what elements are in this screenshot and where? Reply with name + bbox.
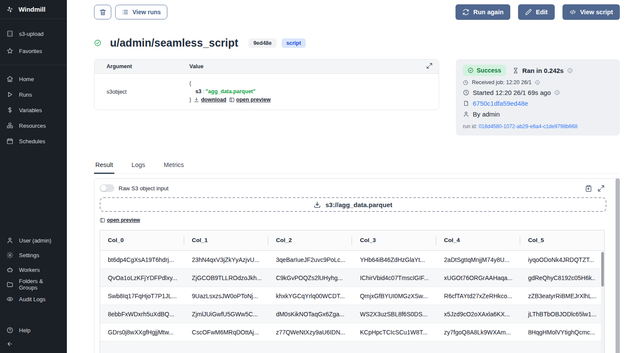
- table-scrollbar-thumb[interactable]: [601, 252, 604, 287]
- page-title: u/admin/seamless_script: [110, 37, 238, 49]
- table-cell: IChirVbid4c07TmscIGIF...: [352, 269, 436, 287]
- expand-result-icon[interactable]: [597, 185, 605, 192]
- folder-icon: [6, 281, 13, 288]
- download-link[interactable]: download: [194, 96, 226, 104]
- sidebar-collapse-button[interactable]: [0, 337, 67, 350]
- sidebar-item-help[interactable]: Help: [0, 323, 67, 337]
- panel-preview-icon: [229, 97, 235, 103]
- panel-scrollbar[interactable]: [616, 178, 620, 353]
- sidebar-item-audit-logs[interactable]: Audit Logs: [0, 292, 67, 306]
- table-scrollbar[interactable]: [601, 251, 604, 353]
- download-icon: [194, 97, 199, 103]
- sidebar-item-home[interactable]: Home: [0, 71, 67, 87]
- table-row: 8ebbFxWDxrh5uXdBQ...ZjmlJUiGwfU5GWw5C...…: [100, 305, 604, 323]
- edit-button[interactable]: Edit: [518, 4, 554, 20]
- table-cell: [352, 341, 436, 353]
- download-label: download: [201, 96, 226, 104]
- sidebar-pinned-group: s3-upload Favorites: [0, 19, 67, 65]
- argument-column-header: Argument: [94, 63, 189, 69]
- table-cell: QvOa1oLzKFjYDFPdlxy...: [100, 269, 184, 287]
- sidebar-item-workers[interactable]: Workers: [0, 262, 67, 277]
- by-admin-row: By admin: [463, 110, 613, 118]
- column-header[interactable]: Col_2: [268, 230, 352, 251]
- table-cell: zy7fgoQ8A8Lk9WXAm...: [436, 323, 520, 341]
- sidebar-item-s3-upload[interactable]: s3-upload: [0, 25, 67, 42]
- sidebar-item-label: Schedules: [19, 138, 45, 145]
- refresh-icon: [462, 9, 469, 16]
- script-hash-icon: [463, 100, 469, 107]
- dollar-icon: [6, 107, 13, 113]
- started-row: Started 12:20 26/1 69s ago: [463, 89, 613, 96]
- delete-button[interactable]: [94, 5, 111, 19]
- column-header[interactable]: Col_4: [436, 230, 520, 251]
- table-cell: dM0sKikNOTaqGx6Zga...: [268, 305, 352, 323]
- sidebar-item-runs[interactable]: Runs: [0, 87, 67, 102]
- result-panel: Raw S3 object input s3://agg_data.parque…: [94, 178, 620, 353]
- sidebar-item-favorites[interactable]: Favorites: [0, 42, 67, 60]
- table-cell: 3qeBarIueJF2uvc9PoLc...: [268, 251, 352, 269]
- table-cell: 8ebbFxWDxrh5uXdBQ...: [100, 305, 184, 323]
- sidebar-item-variables[interactable]: Variables: [0, 102, 67, 118]
- tab-logs[interactable]: Logs: [130, 159, 146, 174]
- sidebar: Windmill s3-upload Favorites Hom: [0, 0, 67, 353]
- json-string-value: "agg_data.parquet": [205, 88, 255, 95]
- view-script-label: View script: [580, 9, 613, 16]
- column-header[interactable]: Col_3: [352, 230, 436, 251]
- run-id-link[interactable]: 018d4580-1072-ab29-e6a4-c1de9798b668: [479, 123, 578, 129]
- view-script-button[interactable]: View script: [562, 4, 620, 20]
- sidebar-item-folders-groups[interactable]: Folders & Groups: [0, 277, 67, 292]
- view-runs-button[interactable]: View runs: [115, 5, 167, 19]
- table-cell: 23hN4qxV3jZkYyAzjvU...: [184, 251, 268, 269]
- sidebar-item-label: Help: [19, 327, 31, 334]
- table-cell: ZjGCOB9TLLROdzoJkh...: [184, 269, 268, 287]
- argument-name: s3object: [94, 79, 189, 104]
- tab-result[interactable]: Result: [94, 159, 114, 174]
- panel-scrollbar-thumb[interactable]: [616, 178, 620, 353]
- run-id-row: run id: 018d4580-1072-ab29-e6a4-c1de9798…: [463, 123, 613, 129]
- column-header[interactable]: Col_0: [100, 230, 184, 251]
- open-preview-link[interactable]: open preview: [229, 96, 271, 104]
- gear-icon: [6, 252, 13, 258]
- script-hash-link[interactable]: 6750c1dfa59ed48e: [473, 100, 528, 107]
- info-icon: [567, 68, 573, 73]
- arguments-header: Argument Value: [94, 60, 439, 74]
- sidebar-nav-group: Home Runs Variables Resources: [0, 65, 67, 149]
- started-text: Started 12:20 26/1 69s ago: [473, 89, 551, 96]
- sidebar-item-label: Settings: [19, 252, 39, 258]
- sidebar-item-settings[interactable]: Settings: [0, 248, 67, 262]
- sidebar-item-schedules[interactable]: Schedules: [0, 133, 67, 149]
- s3-file-label: s3://agg_data.parquet: [325, 201, 392, 208]
- table-cell: [520, 341, 604, 353]
- copy-clipboard-icon[interactable]: [585, 185, 592, 192]
- column-header[interactable]: Col_5: [520, 230, 604, 251]
- table-cell: CscOFwM6MRqDOttAj...: [184, 323, 268, 341]
- brand-label: Windmill: [19, 6, 45, 13]
- main-content: View runs Run again Edit: [67, 0, 644, 353]
- raw-s3-toggle[interactable]: [100, 184, 114, 192]
- open-preview-link[interactable]: open preview: [100, 217, 140, 223]
- sidebar-item-resources[interactable]: Resources: [0, 118, 67, 133]
- sidebar-item-user[interactable]: User (admin): [0, 233, 67, 248]
- table-cell: xUGOt76ORGrAAHaqa...: [436, 269, 520, 287]
- argument-row: s3object { s3:"agg_data.parquet" }: [94, 74, 439, 110]
- open-preview-label: open preview: [107, 217, 140, 223]
- info-icon: [535, 80, 540, 85]
- table-cell: khxkYGCqYrlq00WCDT...: [268, 287, 352, 305]
- arguments-card: Argument Value s3object { s3:"agg_data.p…: [94, 59, 439, 110]
- run-again-button[interactable]: Run again: [456, 4, 510, 20]
- help-icon: [6, 327, 13, 334]
- column-header[interactable]: Col_1: [184, 230, 268, 251]
- sidebar-item-label: Audit Logs: [19, 296, 45, 303]
- table-cell: Swb8Iq17FqHjoT7P1JL...: [100, 287, 184, 305]
- sidebar-item-label: Folders & Groups: [19, 278, 60, 291]
- expand-args-button[interactable]: [426, 63, 433, 70]
- result-table-body: bt6dp4CgXsA19T6hdrj...23hN4qxV3jZkYyAzjv…: [100, 251, 604, 353]
- tab-metrics[interactable]: Metrics: [163, 159, 185, 174]
- info-icon: [554, 90, 560, 95]
- toggle-knob: [101, 185, 107, 191]
- list-icon: [122, 9, 129, 16]
- page-header: u/admin/seamless_script 9ed48e script: [94, 37, 620, 49]
- success-check-icon: [94, 39, 101, 47]
- brand[interactable]: Windmill: [0, 0, 67, 19]
- s3-file-download-area[interactable]: s3://agg_data.parquet: [100, 197, 606, 212]
